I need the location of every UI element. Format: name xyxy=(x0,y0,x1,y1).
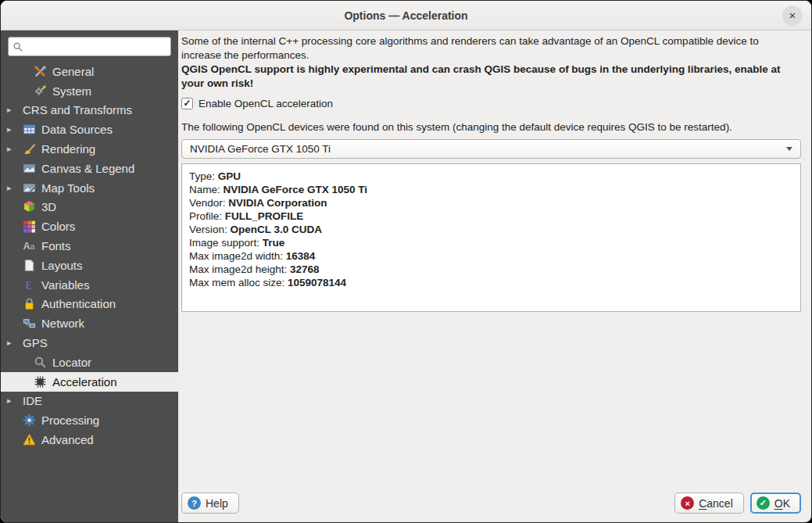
enable-opencl-checkbox[interactable]: ✓ xyxy=(181,98,193,109)
help-button[interactable]: ? Help xyxy=(181,493,239,514)
gear-wrench-icon xyxy=(34,84,47,98)
sidebar-item-3d[interactable]: 3D xyxy=(1,198,178,217)
sidebar-item-label: Network xyxy=(41,317,84,330)
sidebar-item-label: Fonts xyxy=(41,239,71,253)
sidebar-item-acceleration[interactable]: Acceleration xyxy=(1,372,178,392)
sidebar-item-processing[interactable]: Processing xyxy=(1,410,178,430)
expand-arrow-icon[interactable]: ▸ xyxy=(7,144,23,154)
network-icon xyxy=(23,317,36,330)
device-info-line: Max mem alloc size: 1059078144 xyxy=(189,276,793,289)
sidebar-item-label: Authentication xyxy=(41,297,116,310)
sidebar-item-label: Processing xyxy=(41,414,99,427)
svg-text:Ɛ: Ɛ xyxy=(26,278,31,291)
help-icon: ? xyxy=(188,496,201,510)
device-info-line: Version: OpenCL 3.0 CUDA xyxy=(189,223,793,236)
opencl-device-selected: NVIDIA GeForce GTX 1050 Ti xyxy=(190,143,331,155)
svg-text:A: A xyxy=(23,240,30,252)
search-icon xyxy=(13,41,23,52)
expand-arrow-icon[interactable]: ▸ xyxy=(7,396,23,406)
options-dialog: Options — Acceleration × GeneralSystem▸C… xyxy=(0,0,812,523)
cancel-button-label: Cancel xyxy=(699,497,733,510)
expand-arrow-icon[interactable]: ▸ xyxy=(7,105,23,115)
sidebar-item-variables[interactable]: ƐVariables xyxy=(1,275,178,295)
map-tools-icon xyxy=(23,181,36,195)
sidebar-item-canvas-legend[interactable]: Canvas & Legend xyxy=(1,159,178,178)
color-palette-icon xyxy=(23,220,36,233)
sidebar-item-label: Layouts xyxy=(41,259,83,272)
lock-icon xyxy=(23,297,36,310)
close-button[interactable]: × xyxy=(782,5,803,26)
device-info-line: Profile: FULL_PROFILE xyxy=(189,210,793,223)
chip-icon xyxy=(34,375,47,389)
sidebar-item-layouts[interactable]: Layouts xyxy=(1,256,178,275)
cube-3d-icon xyxy=(23,200,36,213)
crossed-tools-icon xyxy=(34,65,47,78)
expand-arrow-icon[interactable]: ▸ xyxy=(7,124,23,134)
ok-button-label: OK xyxy=(774,497,790,510)
opencl-device-select[interactable]: NVIDIA GeForce GTX 1050 Ti xyxy=(181,139,801,159)
sidebar-item-label: Acceleration xyxy=(52,375,117,389)
sidebar-item-label: Data Sources xyxy=(41,123,113,136)
device-info-box: Type: GPUName: NVIDIA GeForce GTX 1050 T… xyxy=(181,163,801,312)
device-info-line: Name: NVIDIA GeForce GTX 1050 Ti xyxy=(189,183,793,196)
svg-text:a: a xyxy=(30,242,35,251)
sidebar-item-label: CRS and Transforms xyxy=(23,103,132,116)
opencl-warning-text: QGIS OpenCL support is highly experiment… xyxy=(181,63,801,91)
device-info-line: Type: GPU xyxy=(189,170,793,183)
table-icon xyxy=(23,123,36,136)
sidebar-item-crs-and-transforms[interactable]: ▸CRS and Transforms xyxy=(1,101,178,120)
acceleration-page: Some of the internal C++ processing core… xyxy=(178,30,811,522)
sidebar-item-gps[interactable]: ▸GPS xyxy=(1,333,178,353)
sidebar-item-data-sources[interactable]: ▸Data Sources xyxy=(1,120,178,139)
sidebar-item-label: System xyxy=(52,84,91,98)
magnifier-icon xyxy=(34,356,47,369)
sidebar-item-locator[interactable]: Locator xyxy=(1,353,178,372)
dialog-button-row: ? Help × Cancel ✓ OK xyxy=(181,493,801,514)
sidebar-item-ide[interactable]: ▸IDE xyxy=(1,392,178,411)
epsilon-icon: Ɛ xyxy=(23,278,36,292)
ok-icon: ✓ xyxy=(757,496,770,510)
expand-arrow-icon[interactable]: ▸ xyxy=(7,183,23,193)
cancel-icon: × xyxy=(681,496,694,510)
sidebar-item-advanced[interactable]: Advanced xyxy=(1,430,178,450)
sidebar-item-label: Advanced xyxy=(41,433,94,446)
settings-search-input[interactable] xyxy=(23,41,166,52)
sidebar-item-fonts[interactable]: AaFonts xyxy=(1,236,178,256)
expand-arrow-icon[interactable]: ▸ xyxy=(7,338,23,348)
enable-opencl-label: Enable OpenCL acceleration xyxy=(199,98,333,109)
sidebar-item-colors[interactable]: Colors xyxy=(1,217,178,236)
devices-found-text: The following OpenCL devices were found … xyxy=(181,121,801,133)
enable-opencl-checkbox-row[interactable]: ✓ Enable OpenCL acceleration xyxy=(181,98,801,109)
page-icon xyxy=(23,259,36,272)
sidebar-item-label: Map Tools xyxy=(41,181,95,195)
sidebar-item-map-tools[interactable]: ▸Map Tools xyxy=(1,178,178,198)
sidebar-item-label: Locator xyxy=(52,356,91,369)
opencl-intro-text: Some of the internal C++ processing core… xyxy=(181,34,801,63)
device-info-line: Max image2d height: 32768 xyxy=(189,263,793,276)
settings-tree: GeneralSystem▸CRS and Transforms▸Data So… xyxy=(1,62,178,522)
fonts-aa-icon: Aa xyxy=(23,239,36,253)
sidebar-item-rendering[interactable]: ▸Rendering xyxy=(1,139,178,159)
window-title: Options — Acceleration xyxy=(344,9,467,22)
dialog-body: GeneralSystem▸CRS and Transforms▸Data So… xyxy=(1,30,811,522)
sidebar-item-label: Canvas & Legend xyxy=(41,162,134,175)
paintbrush-icon xyxy=(23,142,36,156)
sidebar-item-general[interactable]: General xyxy=(1,62,178,81)
sidebar-item-label: IDE xyxy=(23,394,42,407)
help-button-label: Help xyxy=(206,497,228,510)
cancel-button[interactable]: × Cancel xyxy=(674,493,744,514)
sidebar-item-label: Rendering xyxy=(41,142,95,156)
ok-button[interactable]: ✓ OK xyxy=(750,493,801,514)
sidebar-item-system[interactable]: System xyxy=(1,81,178,101)
sidebar-item-authentication[interactable]: Authentication xyxy=(1,295,178,314)
sidebar-item-label: General xyxy=(52,65,94,78)
sidebar-item-label: GPS xyxy=(23,336,48,349)
sidebar-item-label: 3D xyxy=(41,200,56,213)
map-canvas-icon xyxy=(23,162,36,175)
spacer xyxy=(181,312,801,493)
sidebar-item-network[interactable]: Network xyxy=(1,313,178,333)
sidebar-item-label: Variables xyxy=(41,278,89,292)
settings-sidebar: GeneralSystem▸CRS and Transforms▸Data So… xyxy=(1,30,178,522)
device-info-line: Image support: True xyxy=(189,236,793,249)
titlebar: Options — Acceleration × xyxy=(1,1,811,30)
